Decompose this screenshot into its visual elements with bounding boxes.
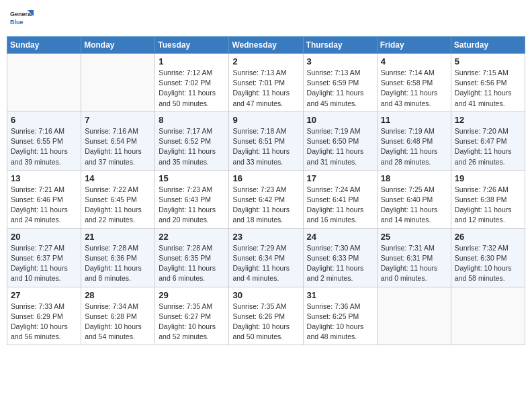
day-info: Sunrise: 7:15 AMSunset: 6:56 PMDaylight:… — [455, 68, 521, 109]
calendar-cell: 22Sunrise: 7:28 AMSunset: 6:35 PMDayligh… — [155, 228, 229, 287]
day-number: 1 — [159, 56, 225, 66]
calendar-cell: 5Sunrise: 7:15 AMSunset: 6:56 PMDaylight… — [451, 54, 525, 112]
calendar-cell: 21Sunrise: 7:28 AMSunset: 6:36 PMDayligh… — [81, 228, 155, 287]
day-info: Sunrise: 7:35 AMSunset: 6:27 PMDaylight:… — [159, 302, 225, 342]
day-info: Sunrise: 7:26 AMSunset: 6:38 PMDaylight:… — [455, 185, 521, 226]
calendar-cell: 3Sunrise: 7:13 AMSunset: 6:59 PMDaylight… — [303, 54, 377, 112]
day-info: Sunrise: 7:18 AMSunset: 6:51 PMDaylight:… — [232, 126, 299, 167]
calendar-cell: 4Sunrise: 7:14 AMSunset: 6:58 PMDaylight… — [377, 54, 451, 112]
day-info: Sunrise: 7:12 AMSunset: 7:02 PMDaylight:… — [159, 68, 225, 109]
day-number: 23 — [232, 232, 299, 242]
calendar-cell — [7, 54, 81, 112]
day-header-friday: Friday — [377, 37, 451, 54]
calendar-cell — [377, 287, 451, 345]
day-number: 3 — [307, 56, 373, 66]
svg-text:Blue: Blue — [10, 19, 24, 26]
day-number: 14 — [85, 173, 151, 183]
logo-bird-icon: General Blue — [9, 7, 34, 31]
calendar-cell: 6Sunrise: 7:16 AMSunset: 6:55 PMDaylight… — [7, 111, 81, 170]
day-number: 5 — [455, 56, 521, 66]
calendar-cell: 11Sunrise: 7:19 AMSunset: 6:48 PMDayligh… — [377, 111, 451, 170]
day-header-thursday: Thursday — [303, 37, 377, 54]
day-number: 10 — [307, 115, 373, 125]
day-info: Sunrise: 7:20 AMSunset: 6:47 PMDaylight:… — [455, 126, 521, 167]
calendar-cell: 23Sunrise: 7:29 AMSunset: 6:34 PMDayligh… — [229, 228, 303, 287]
day-number: 6 — [11, 115, 77, 125]
calendar-week-row: 13Sunrise: 7:21 AMSunset: 6:46 PMDayligh… — [7, 170, 525, 228]
calendar-cell: 29Sunrise: 7:35 AMSunset: 6:27 PMDayligh… — [155, 287, 229, 345]
day-header-sunday: Sunday — [7, 37, 81, 54]
calendar-week-row: 1Sunrise: 7:12 AMSunset: 7:02 PMDaylight… — [7, 54, 525, 112]
calendar-week-row: 20Sunrise: 7:27 AMSunset: 6:37 PMDayligh… — [7, 228, 525, 287]
calendar-cell: 15Sunrise: 7:23 AMSunset: 6:43 PMDayligh… — [155, 170, 229, 228]
calendar-week-row: 27Sunrise: 7:33 AMSunset: 6:29 PMDayligh… — [7, 287, 525, 345]
day-number: 22 — [159, 232, 225, 242]
calendar-cell — [451, 287, 525, 345]
day-info: Sunrise: 7:29 AMSunset: 6:34 PMDaylight:… — [232, 243, 299, 284]
page-header: General Blue — [7, 7, 525, 31]
logo: General Blue — [9, 7, 34, 31]
day-info: Sunrise: 7:13 AMSunset: 7:01 PMDaylight:… — [232, 68, 299, 109]
day-header-wednesday: Wednesday — [229, 37, 303, 54]
calendar-cell: 25Sunrise: 7:31 AMSunset: 6:31 PMDayligh… — [377, 228, 451, 287]
day-number: 28 — [85, 290, 151, 300]
day-number: 13 — [11, 173, 77, 183]
day-info: Sunrise: 7:16 AMSunset: 6:55 PMDaylight:… — [11, 126, 77, 167]
calendar-week-row: 6Sunrise: 7:16 AMSunset: 6:55 PMDaylight… — [7, 111, 525, 170]
calendar-cell: 31Sunrise: 7:36 AMSunset: 6:25 PMDayligh… — [303, 287, 377, 345]
calendar-cell: 13Sunrise: 7:21 AMSunset: 6:46 PMDayligh… — [7, 170, 81, 228]
calendar-cell: 28Sunrise: 7:34 AMSunset: 6:28 PMDayligh… — [81, 287, 155, 345]
day-info: Sunrise: 7:23 AMSunset: 6:42 PMDaylight:… — [232, 185, 299, 226]
day-header-monday: Monday — [81, 37, 155, 54]
day-number: 15 — [159, 173, 225, 183]
day-header-saturday: Saturday — [451, 37, 525, 54]
day-info: Sunrise: 7:16 AMSunset: 6:54 PMDaylight:… — [85, 126, 151, 167]
day-info: Sunrise: 7:36 AMSunset: 6:25 PMDaylight:… — [307, 302, 373, 342]
day-info: Sunrise: 7:30 AMSunset: 6:33 PMDaylight:… — [307, 243, 373, 284]
calendar-cell: 17Sunrise: 7:24 AMSunset: 6:41 PMDayligh… — [303, 170, 377, 228]
day-number: 16 — [232, 173, 299, 183]
day-number: 18 — [381, 173, 447, 183]
calendar-cell: 30Sunrise: 7:35 AMSunset: 6:26 PMDayligh… — [229, 287, 303, 345]
day-number: 25 — [381, 232, 447, 242]
day-info: Sunrise: 7:32 AMSunset: 6:30 PMDaylight:… — [455, 243, 521, 284]
calendar-cell: 12Sunrise: 7:20 AMSunset: 6:47 PMDayligh… — [451, 111, 525, 170]
day-info: Sunrise: 7:34 AMSunset: 6:28 PMDaylight:… — [85, 302, 151, 342]
day-info: Sunrise: 7:24 AMSunset: 6:41 PMDaylight:… — [307, 185, 373, 226]
calendar-cell: 24Sunrise: 7:30 AMSunset: 6:33 PMDayligh… — [303, 228, 377, 287]
day-number: 30 — [232, 290, 299, 300]
calendar-cell: 9Sunrise: 7:18 AMSunset: 6:51 PMDaylight… — [229, 111, 303, 170]
day-info: Sunrise: 7:28 AMSunset: 6:35 PMDaylight:… — [159, 243, 225, 284]
day-header-tuesday: Tuesday — [155, 37, 229, 54]
day-number: 7 — [85, 115, 151, 125]
calendar-cell: 19Sunrise: 7:26 AMSunset: 6:38 PMDayligh… — [451, 170, 525, 228]
calendar-cell: 10Sunrise: 7:19 AMSunset: 6:50 PMDayligh… — [303, 111, 377, 170]
calendar-cell: 2Sunrise: 7:13 AMSunset: 7:01 PMDaylight… — [229, 54, 303, 112]
calendar-cell: 14Sunrise: 7:22 AMSunset: 6:45 PMDayligh… — [81, 170, 155, 228]
day-number: 8 — [159, 115, 225, 125]
calendar-cell: 18Sunrise: 7:25 AMSunset: 6:40 PMDayligh… — [377, 170, 451, 228]
calendar-cell: 16Sunrise: 7:23 AMSunset: 6:42 PMDayligh… — [229, 170, 303, 228]
day-number: 19 — [455, 173, 521, 183]
day-number: 24 — [307, 232, 373, 242]
day-info: Sunrise: 7:14 AMSunset: 6:58 PMDaylight:… — [381, 68, 447, 109]
day-info: Sunrise: 7:28 AMSunset: 6:36 PMDaylight:… — [85, 243, 151, 284]
day-info: Sunrise: 7:35 AMSunset: 6:26 PMDaylight:… — [232, 302, 299, 342]
day-info: Sunrise: 7:22 AMSunset: 6:45 PMDaylight:… — [85, 185, 151, 226]
day-number: 31 — [307, 290, 373, 300]
day-info: Sunrise: 7:19 AMSunset: 6:50 PMDaylight:… — [307, 126, 373, 167]
day-info: Sunrise: 7:13 AMSunset: 6:59 PMDaylight:… — [307, 68, 373, 109]
day-info: Sunrise: 7:31 AMSunset: 6:31 PMDaylight:… — [381, 243, 447, 284]
day-number: 9 — [232, 115, 299, 125]
day-info: Sunrise: 7:19 AMSunset: 6:48 PMDaylight:… — [381, 126, 447, 167]
day-info: Sunrise: 7:23 AMSunset: 6:43 PMDaylight:… — [159, 185, 225, 226]
calendar-header-row: SundayMondayTuesdayWednesdayThursdayFrid… — [7, 37, 525, 54]
day-number: 27 — [11, 290, 77, 300]
day-number: 11 — [381, 115, 447, 125]
calendar-cell: 27Sunrise: 7:33 AMSunset: 6:29 PMDayligh… — [7, 287, 81, 345]
day-info: Sunrise: 7:17 AMSunset: 6:52 PMDaylight:… — [159, 126, 225, 167]
day-info: Sunrise: 7:33 AMSunset: 6:29 PMDaylight:… — [11, 302, 77, 342]
calendar-cell: 26Sunrise: 7:32 AMSunset: 6:30 PMDayligh… — [451, 228, 525, 287]
calendar-cell: 8Sunrise: 7:17 AMSunset: 6:52 PMDaylight… — [155, 111, 229, 170]
day-number: 12 — [455, 115, 521, 125]
